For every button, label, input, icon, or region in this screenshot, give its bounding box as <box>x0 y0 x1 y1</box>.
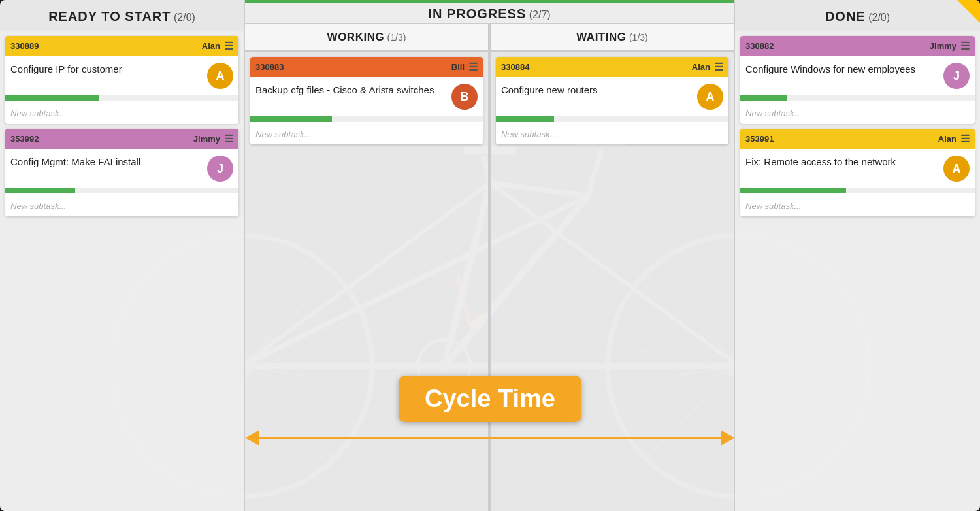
card-353991-header: 353991 Alan ☰ <box>740 129 975 149</box>
arrow-line <box>259 437 721 439</box>
card-353992-id: 353992 <box>10 134 39 144</box>
card-330889-avatar: A <box>207 63 233 89</box>
card-330884-subtask[interactable]: New subtask... <box>496 124 728 144</box>
card-330883-subtask[interactable]: New subtask... <box>250 124 483 144</box>
card-353991-progress-bar <box>740 188 975 193</box>
waiting-title: WAITING <box>576 31 626 43</box>
card-330883-id: 330883 <box>255 62 284 72</box>
card-330883-avatar: B <box>451 84 478 110</box>
card-330882-menu-icon[interactable]: ☰ <box>960 40 970 52</box>
card-330883-header: 330883 Bill ☰ <box>250 57 483 77</box>
card-353991-subtask[interactable]: New subtask... <box>740 196 975 216</box>
in-progress-title: IN PROGRESS <box>428 7 526 21</box>
card-330884-id: 330884 <box>501 62 529 72</box>
working-title: WORKING <box>327 31 385 43</box>
card-330889-header: 330889 Alan ☰ <box>5 36 238 56</box>
ready-title: READY TO START <box>48 9 171 24</box>
card-353992-body: Config Mgmt: Make FAI install J <box>5 149 238 186</box>
board-container: READY TO START (2/0) 330889 Alan ☰ Confi… <box>0 0 980 511</box>
card-330882-progress-fill <box>740 95 787 101</box>
card-330889-user: Alan ☰ <box>202 40 233 52</box>
card-353992-progress-fill <box>5 188 75 193</box>
card-353991-title: Fix: Remote access to the network <box>745 156 938 169</box>
card-353992-title: Config Mgmt: Make FAI install <box>10 156 202 169</box>
column-done: DONE (2/0) 330882 Jimmy ☰ Configure Wind… <box>735 0 980 511</box>
card-330882-subtask[interactable]: New subtask... <box>740 103 975 124</box>
working-count: (1/3) <box>387 32 406 42</box>
card-330882-header: 330882 Jimmy ☰ <box>740 36 975 56</box>
card-330882-progress-bar <box>740 95 975 101</box>
card-330883-progress-fill <box>250 116 332 122</box>
card-353992-header: 353992 Jimmy ☰ <box>5 129 238 149</box>
card-330889-progress-bar <box>5 95 238 101</box>
card-353991-body: Fix: Remote access to the network A <box>740 149 975 186</box>
card-330883-title: Backup cfg files - Cisco & Arista switch… <box>255 84 446 97</box>
cycle-time-overlay: Cycle Time <box>245 376 735 446</box>
card-330889[interactable]: 330889 Alan ☰ Configure IP for customer … <box>5 36 238 124</box>
card-353991[interactable]: 353991 Alan ☰ Fix: Remote access to the … <box>740 129 975 216</box>
in-progress-top-border <box>245 0 734 3</box>
card-353992-user: Jimmy ☰ <box>193 133 233 145</box>
card-330889-body: Configure IP for customer A <box>5 56 238 93</box>
card-330882-body: Configure Windows for new employees J <box>740 56 975 93</box>
done-title: DONE <box>825 9 866 24</box>
done-count: (2/0) <box>868 12 890 23</box>
card-330884[interactable]: 330884 Alan ☰ Configure new routers A <box>496 57 728 144</box>
card-353991-id: 353991 <box>745 134 774 144</box>
card-330884-body: Configure new routers A <box>496 77 728 114</box>
card-330882-id: 330882 <box>745 41 774 51</box>
card-353992-avatar: J <box>207 156 233 182</box>
cycle-time-badge: Cycle Time <box>399 376 581 422</box>
card-330889-menu-icon[interactable]: ☰ <box>224 40 233 52</box>
done-header: DONE (2/0) <box>735 0 980 31</box>
card-353992[interactable]: 353992 Jimmy ☰ Config Mgmt: Make FAI ins… <box>5 129 238 216</box>
card-330883-user: Bill ☰ <box>451 61 478 73</box>
column-ready: READY TO START (2/0) 330889 Alan ☰ Confi… <box>0 0 245 511</box>
card-330889-progress-fill <box>5 95 99 101</box>
card-330882-avatar: J <box>943 63 970 89</box>
card-330889-subtask[interactable]: New subtask... <box>5 103 238 124</box>
card-330884-title: Configure new routers <box>501 84 692 97</box>
card-330882-user: Jimmy ☰ <box>930 40 970 52</box>
card-353992-subtask[interactable]: New subtask... <box>5 196 238 216</box>
cycle-time-label: Cycle Time <box>425 385 555 412</box>
card-330889-title: Configure IP for customer <box>10 63 202 76</box>
arrow-right-head <box>721 430 735 446</box>
card-353992-progress-bar <box>5 188 238 193</box>
card-330884-progress-fill <box>496 116 554 122</box>
card-330883-menu-icon[interactable]: ☰ <box>468 61 478 73</box>
card-353991-user: Alan ☰ <box>938 133 970 145</box>
ready-header: READY TO START (2/0) <box>0 0 244 31</box>
cycle-time-arrow <box>245 430 735 446</box>
in-progress-count: (2/7) <box>529 9 551 20</box>
card-330884-menu-icon[interactable]: ☰ <box>714 61 723 73</box>
card-330882[interactable]: 330882 Jimmy ☰ Configure Windows for new… <box>740 36 975 124</box>
card-353991-avatar: A <box>943 156 970 182</box>
card-330884-avatar: A <box>697 84 723 110</box>
card-330883-progress-bar <box>250 116 483 122</box>
waiting-count: (1/3) <box>629 32 648 42</box>
waiting-sub-header: WAITING (1/3) <box>491 24 734 52</box>
card-330884-user: Alan ☰ <box>692 61 723 73</box>
card-353991-menu-icon[interactable]: ☰ <box>960 133 970 145</box>
working-sub-header: WORKING (1/3) <box>245 24 488 52</box>
card-353991-progress-fill <box>740 188 846 193</box>
card-330883-body: Backup cfg files - Cisco & Arista switch… <box>250 77 483 114</box>
in-progress-header: IN PROGRESS (2/7) <box>245 0 734 24</box>
card-353992-menu-icon[interactable]: ☰ <box>224 133 233 145</box>
card-330883[interactable]: 330883 Bill ☰ Backup cfg files - Cisco &… <box>250 57 483 144</box>
ready-count: (2/0) <box>174 12 195 23</box>
arrow-left-head <box>245 430 259 446</box>
done-corner-badge <box>957 0 980 23</box>
ready-cards-area: 330889 Alan ☰ Configure IP for customer … <box>0 31 244 511</box>
card-330884-header: 330884 Alan ☰ <box>496 57 728 77</box>
done-cards-area: 330882 Jimmy ☰ Configure Windows for new… <box>735 31 980 511</box>
card-330889-id: 330889 <box>10 41 39 51</box>
card-330882-title: Configure Windows for new employees <box>745 63 938 76</box>
card-330884-progress-bar <box>496 116 728 122</box>
